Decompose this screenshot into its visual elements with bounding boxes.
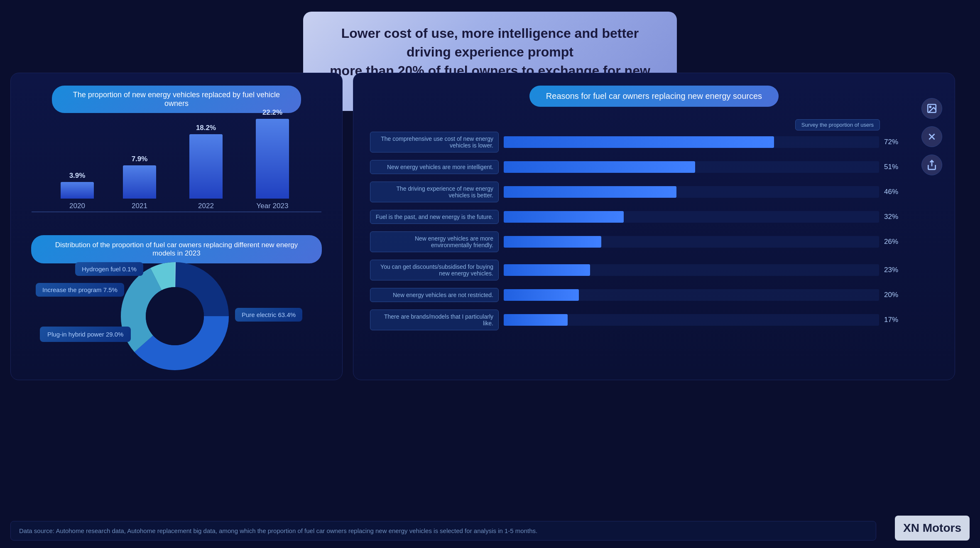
bar-label-2020-value: 3.9% [69,172,86,180]
bar-label-2020-year: 2020 [69,202,85,210]
bar-rect-2023 [256,119,289,199]
bar-rect-2022 [189,134,223,199]
reason-label-7: New energy vehicles are not restricted. [370,288,499,302]
bar-label-2023-value: 22.2% [262,108,282,117]
footer-brand: XN Motors [895,516,970,541]
bar-label-2022-value: 18.2% [196,124,216,132]
reason-bar-7 [504,289,879,301]
reason-bar-fill-5 [504,236,601,248]
brand-name: XN Motors [903,521,961,535]
reason-row-8: There are brands/models that I particula… [370,310,905,330]
bar-2023: 22.2% Year 2023 [252,108,293,210]
bar-label-2023-year: Year 2023 [257,202,289,210]
reason-bar-2 [504,161,879,173]
share-button[interactable] [921,155,942,175]
reason-label-5: New energy vehicles are more environment… [370,231,499,252]
reason-pct-1: 72% [884,138,905,146]
reason-label-6: You can get discounts/subsidised for buy… [370,260,499,280]
left-panel: The proportion of new energy vehicles re… [10,73,343,380]
reason-row-5: New energy vehicles are more environment… [370,231,905,252]
footer-source-text: Data source: Autohome research data, Aut… [19,527,537,534]
reason-bar-8 [504,314,879,326]
reason-bar-fill-3 [504,186,676,198]
reason-pct-6: 23% [884,266,905,274]
reason-label-1: The comprehensive use cost of new energy… [370,132,499,152]
reason-row-7: New energy vehicles are not restricted. … [370,288,905,302]
reason-row-4: Fuel is the past, and new energy is the … [370,210,905,224]
reason-pct-8: 17% [884,316,905,324]
reason-pct-3: 46% [884,188,905,196]
svg-point-2 [930,106,931,108]
reason-label-8: There are brands/models that I particula… [370,310,499,330]
donut-center [146,287,204,345]
reason-bar-4 [504,211,879,223]
donut-label-plugin: Plug-in hybrid power 29.0% [40,327,131,342]
bar-rect-2020 [61,182,94,199]
right-panel-title: Reasons for fuel car owners replacing ne… [529,86,779,107]
reason-row-1: The comprehensive use cost of new energy… [370,132,905,152]
donut-label-hydrogen: Hydrogen fuel 0.1% [75,262,143,276]
reason-pct-5: 26% [884,238,905,246]
bar-rect-2021 [123,165,156,199]
reason-label-4: Fuel is the past, and new energy is the … [370,210,499,224]
reason-pct-4: 32% [884,213,905,221]
reason-bar-fill-8 [504,314,568,326]
bar-chart-area: 3.9% 2020 7.9% 2021 18.2% 2022 22.2% Yea… [32,133,321,225]
bar-label-2021-year: 2021 [132,202,147,210]
reason-row-3: The driving experience of new energy veh… [370,182,905,202]
bar-2022: 18.2% 2022 [185,124,227,210]
close-button[interactable] [921,126,942,147]
reason-label-3: The driving experience of new energy veh… [370,182,499,202]
reason-label-2: New energy vehicles are more intelligent… [370,160,499,174]
reason-bar-3 [504,186,879,198]
reason-bar-fill-4 [504,211,624,223]
reason-bar-fill-1 [504,136,774,148]
bar-label-2022-year: 2022 [198,202,214,210]
bar-2021: 7.9% 2021 [119,155,160,210]
footer-source: Data source: Autohome research data, Aut… [10,521,876,541]
bar-label-2021-value: 7.9% [132,155,148,163]
donut-chart-title: Distribution of the proportion of fuel c… [31,235,322,263]
donut-label-extended: Increase the program 7.5% [36,283,124,297]
bar-baseline [32,211,321,212]
reason-row-2: New energy vehicles are more intelligent… [370,160,905,174]
reason-bar-5 [504,236,879,248]
survey-label: Survey the proportion of users [795,119,880,130]
donut-label-pure: Pure electric 63.4% [235,308,302,322]
reason-bar-1 [504,136,879,148]
reason-bar-6 [504,264,879,276]
reason-bar-fill-7 [504,289,579,301]
reason-pct-2: 51% [884,163,905,171]
bar-2020: 3.9% 2020 [56,172,98,210]
reason-row-6: You can get discounts/subsidised for buy… [370,260,905,280]
reasons-chart: Survey the proportion of users The compr… [370,121,905,338]
reason-bar-fill-6 [504,264,590,276]
donut-chart [119,260,231,374]
image-button[interactable] [921,98,942,119]
reason-pct-7: 20% [884,291,905,299]
right-panel: Reasons for fuel car owners replacing ne… [353,73,955,380]
reason-bar-fill-2 [504,161,695,173]
